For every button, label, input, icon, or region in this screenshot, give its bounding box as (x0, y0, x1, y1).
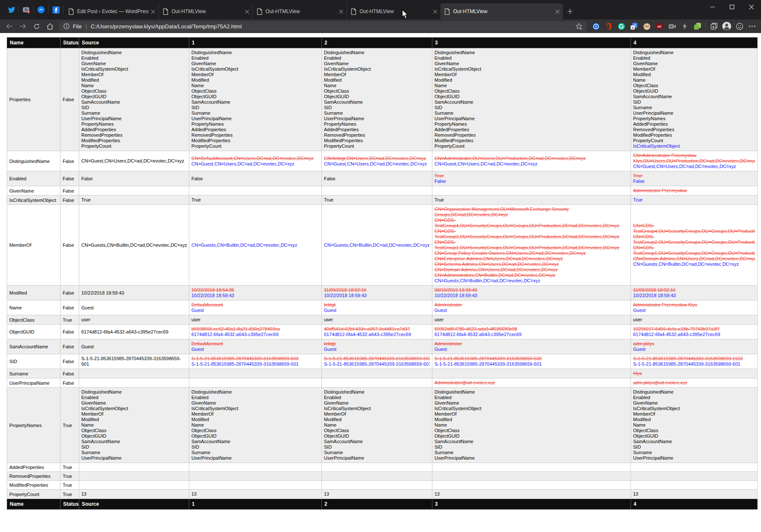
translate-extension-icon[interactable]: Aa (628, 20, 640, 32)
value-cell: CN=krbtgt,CN=Users,DC=ad,DC=evotec,DC=xy… (322, 151, 432, 171)
status-cell: False (61, 48, 79, 151)
new-tab-button[interactable] (563, 3, 577, 19)
tab-close-icon[interactable] (151, 10, 155, 14)
extension-icons: Aa uO (589, 20, 758, 32)
tab-title: Out-HTMLView (453, 8, 553, 14)
address-toolbar: File | C:/Users/przemyslaw.klys/AppData/… (0, 19, 761, 33)
lightning-extension-icon[interactable] (678, 20, 691, 32)
page-favicon-icon (257, 8, 262, 15)
value-cell: CN=Organization Management,OU=Microsoft … (432, 205, 631, 286)
home-button[interactable] (43, 20, 57, 32)
value-cell: 13 (189, 490, 322, 499)
profile-avatar[interactable] (720, 20, 733, 32)
value-cell: adm.pklys@ad.evotec.xyz (631, 378, 758, 388)
facebook-icon[interactable] (50, 0, 62, 19)
value-cell: TrueFalse (631, 171, 758, 186)
value-cell: Guest (79, 300, 189, 315)
favorite-star-icon[interactable] (576, 23, 583, 30)
more-menu-button[interactable] (746, 20, 758, 32)
tab-close-icon[interactable] (245, 10, 249, 14)
collections-icon[interactable] (708, 20, 720, 32)
value-cell (79, 481, 189, 490)
column-header: 1 (189, 38, 322, 48)
minimize-button[interactable] (703, 0, 722, 14)
value-cell (189, 481, 322, 490)
value-cell (189, 186, 322, 196)
value-cell: CN=Administrator,OU=Users,OU=Production,… (432, 151, 631, 171)
tab-close-icon[interactable] (433, 10, 437, 14)
value-cell: DistinguishedNameEnabledGivenNameIsCriti… (631, 388, 758, 463)
ublock-extension-icon[interactable]: uO (653, 20, 666, 32)
status-cell: False (61, 286, 79, 300)
camera-app-icon[interactable] (20, 0, 33, 19)
tab-5[interactable]: Out-HTMLView (440, 3, 563, 19)
table-row: PropertyCountTrue1313131313 (7, 490, 758, 499)
table-header-row: NameStatusSource1234 (7, 38, 758, 48)
table-row: SurnameFalseKłys (7, 369, 758, 378)
onepassword-extension-icon[interactable] (589, 20, 602, 32)
column-footer: 4 (631, 499, 758, 510)
grammarly-extension-icon[interactable] (615, 20, 628, 32)
twitter-icon[interactable] (5, 0, 18, 19)
value-cell (432, 186, 631, 196)
maximize-button[interactable] (722, 0, 742, 14)
page-favicon-icon (69, 8, 74, 15)
svg-text:uO: uO (657, 25, 661, 28)
table-row: UserPrincipalNameFalseAdministrator@ad.e… (7, 378, 758, 388)
value-cell: True (79, 196, 189, 205)
property-name-cell: ObjectClass (7, 315, 61, 325)
value-cell: S-1-5-21-853615985-2870445339-3163598659… (432, 354, 631, 369)
column-header: 4 (631, 38, 758, 48)
property-name-cell: PropertyNames (7, 388, 61, 463)
camera-extension-icon[interactable] (666, 20, 678, 32)
property-name-cell: Name (7, 300, 61, 315)
value-cell: 6174d812-6fa4-4532-a643-c395e27cec69 (79, 325, 189, 339)
value-cell: Administrator Przemysław KłysGuest (631, 300, 758, 315)
tab-2[interactable]: Out-HTMLView (158, 3, 252, 19)
tab-4[interactable]: Out-HTMLView (346, 3, 440, 19)
value-cell: Administrator@ad.evotec.xyz (432, 378, 631, 388)
tab-title: Edit Post ‹ Evotec — WordPress (77, 8, 149, 14)
info-icon (64, 23, 69, 29)
messenger-icon[interactable] (35, 0, 47, 19)
status-cell: True (61, 388, 79, 463)
svg-text:a: a (632, 26, 634, 30)
value-cell: user (322, 315, 432, 325)
status-cell: False (61, 186, 79, 196)
refresh-button[interactable] (30, 20, 43, 32)
value-cell: b5598566-ce62-40a1-8a21-830a278403ca6174… (189, 325, 322, 339)
tab-title: Out-HTMLView (172, 8, 243, 14)
browser-window: Edit Post ‹ Evotec — WordPressOut-HTMLVi… (0, 0, 761, 532)
tab-close-icon[interactable] (339, 10, 343, 14)
value-cell (79, 378, 189, 388)
avatar-extension-icon[interactable] (640, 20, 653, 32)
value-cell: False (189, 171, 322, 186)
tab-title: Out-HTMLView (266, 8, 337, 14)
protocol-label: File (73, 23, 82, 30)
page-favicon-icon (163, 8, 168, 15)
address-field[interactable]: File | C:/Users/przemyslaw.klys/AppData/… (59, 21, 587, 32)
tab-close-icon[interactable] (556, 10, 559, 14)
sidepages-extension-icon[interactable] (691, 20, 704, 32)
property-name-cell: UserPrincipalName (7, 378, 61, 388)
forward-button[interactable] (16, 20, 30, 32)
value-cell: DistinguishedNameEnabledGivenNameIsCriti… (189, 48, 322, 151)
feedback-smiley-icon[interactable] (733, 20, 746, 32)
close-window-button[interactable] (742, 0, 761, 14)
status-cell: False (61, 151, 79, 171)
window-controls (703, 0, 761, 14)
tab-3[interactable]: Out-HTMLView (252, 3, 346, 19)
table-row: IsCriticalSystemObjectFalseTrueTrueTrueT… (7, 196, 758, 205)
value-cell (189, 463, 322, 472)
value-cell: adm.pklysGuest (631, 339, 758, 354)
tab-1[interactable]: Edit Post ‹ Evotec — WordPress (64, 3, 158, 19)
status-cell: True (61, 472, 79, 481)
column-footer: Name (7, 499, 61, 510)
value-cell (79, 186, 189, 196)
office-extension-icon[interactable] (602, 20, 615, 32)
value-cell: False (322, 171, 432, 186)
back-button[interactable] (3, 20, 16, 32)
status-cell: True (61, 481, 79, 490)
column-footer: Source (79, 499, 189, 510)
value-cell (322, 378, 432, 388)
